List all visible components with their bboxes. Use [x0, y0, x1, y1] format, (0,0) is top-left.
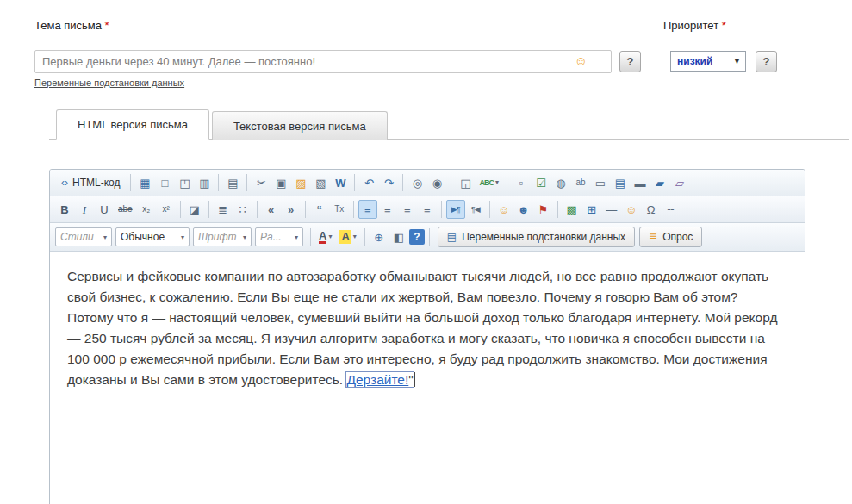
emoticons-button[interactable]: ☺ — [494, 200, 513, 219]
styles-dropdown[interactable]: Стили ▾ — [55, 227, 112, 246]
preview-button[interactable]: ◳ — [175, 173, 194, 192]
find-replace-button[interactable]: ◉ — [427, 173, 446, 192]
bold-button[interactable]: B — [55, 200, 74, 219]
toolbar-separator — [364, 228, 365, 246]
button-field-button[interactable]: ▬ — [631, 173, 650, 192]
highlight-color-button[interactable]: A ▾ — [336, 227, 359, 246]
bullet-list-button[interactable]: ∷ — [233, 200, 252, 219]
html-code-label: HTML-код — [72, 177, 120, 188]
ordered-list-button[interactable]: ≣ — [214, 200, 233, 219]
flag-spellcheck-button[interactable]: ⚑ — [534, 200, 553, 219]
strikethrough-button[interactable]: abe — [115, 200, 136, 219]
font-size-dropdown[interactable]: Ра... ▾ — [255, 227, 303, 246]
save-button[interactable]: ▦ — [135, 173, 154, 192]
text-caret — [414, 372, 415, 387]
textarea-field-button[interactable]: ▭ — [591, 173, 610, 192]
editor-help-button[interactable]: ? — [409, 229, 425, 245]
toolbar-separator — [257, 201, 258, 218]
paste-word-button[interactable]: W — [331, 173, 350, 192]
email-body-link[interactable]: Дерзайте! — [346, 372, 408, 387]
align-justify-button[interactable]: ≡ — [418, 200, 437, 219]
styles-dropdown-value: Стили — [60, 231, 94, 243]
format-dropdown-value: Обычное — [121, 231, 165, 243]
tab-text-version[interactable]: Текстовая версия письма — [212, 111, 388, 140]
chevron-down-icon: ▾ — [295, 233, 298, 241]
indent-button[interactable]: » — [282, 200, 301, 219]
align-right-button[interactable]: ≡ — [398, 200, 417, 219]
emoji-picker-icon[interactable]: ☺ — [575, 54, 588, 67]
substitution-variables-button[interactable]: ▤ Переменные подстановки данных — [438, 227, 635, 247]
format-dropdown[interactable]: Обычное ▾ — [115, 227, 190, 246]
priority-label-text: Приоритет — [663, 19, 718, 32]
chevron-down-icon: ▾ — [328, 233, 332, 240]
subscript-button[interactable]: x₂ — [137, 200, 156, 219]
spellcheck-button[interactable]: ABC ▾ — [476, 173, 502, 192]
survey-button[interactable]: ≣ Опрос — [639, 227, 702, 247]
chevron-down-icon: ▾ — [495, 179, 499, 186]
subject-input[interactable] — [34, 50, 612, 73]
insert-image-button[interactable]: ▩ — [563, 200, 581, 219]
html-code-button[interactable]: ‹› HTML-код — [55, 173, 126, 192]
remove-format-eraser-button[interactable]: ◪ — [185, 200, 204, 219]
listbox-field-button[interactable]: ▤ — [611, 173, 630, 192]
text-field-button[interactable]: ab — [571, 173, 590, 192]
align-left-button[interactable]: ≡ — [358, 200, 377, 219]
font-size-dropdown-value: Ра... — [260, 231, 282, 243]
blockquote-button[interactable]: “ — [310, 200, 329, 219]
outdent-button[interactable]: « — [262, 200, 281, 219]
selected-link-box: Дерзайте!" — [346, 372, 413, 387]
priority-select[interactable]: низкий ▼ — [670, 51, 746, 72]
substitution-variables-link[interactable]: Переменные подстановки данных — [34, 78, 184, 88]
underline-button[interactable]: U — [95, 200, 114, 219]
subject-field-wrap: ☺ — [34, 50, 612, 73]
radio-field-button[interactable]: ◍ — [551, 173, 570, 192]
toolbar-separator — [557, 201, 558, 218]
checkbox-field-button[interactable]: ☑ — [532, 173, 550, 192]
tab-html-version[interactable]: HTML версия письма — [56, 109, 209, 140]
copy-button[interactable]: ▣ — [271, 173, 290, 192]
font-dropdown[interactable]: Шрифт ▾ — [193, 227, 252, 246]
image-button-field-button[interactable]: ▰ — [650, 173, 669, 192]
text-direction-ltr-button[interactable]: ▶¶ — [446, 200, 465, 219]
priority-help-button[interactable]: ? — [756, 51, 777, 72]
superscript-button[interactable]: x² — [157, 200, 176, 219]
text-direction-rtl-button[interactable]: ¶◀ — [466, 200, 485, 219]
undo-button[interactable]: ↶ — [359, 173, 378, 192]
subject-help-button[interactable]: ? — [619, 51, 641, 72]
page-break-button[interactable]: ╌ — [662, 200, 681, 219]
text-color-icon: A — [319, 230, 326, 244]
new-document-button[interactable]: □ — [155, 173, 174, 192]
toolbar-separator — [246, 174, 247, 191]
template-button[interactable]: ▤ — [223, 173, 242, 192]
paste-button[interactable]: ▨ — [291, 173, 310, 192]
chevron-down-icon: ▾ — [353, 233, 357, 240]
toolbar-separator — [354, 174, 355, 191]
smiley-button[interactable]: ☺ — [622, 200, 641, 219]
print-button[interactable]: ▥ — [195, 173, 214, 192]
editor-content-area[interactable]: Сервисы и фейковые компании по автозараб… — [50, 252, 805, 405]
italic-button[interactable]: I — [75, 200, 94, 219]
select-all-button[interactable]: ◱ — [456, 173, 475, 192]
redo-button[interactable]: ↷ — [379, 173, 398, 192]
toolbar-row-1: ‹› HTML-код ▦ □ ◳ ▥ ▤ ✂ ▣ ▨ ▧ W ↶ ↷ ◎ ◉ … — [50, 170, 805, 196]
anchor-button[interactable]: ⊕ — [370, 227, 389, 246]
show-blocks-button[interactable]: ▫ — [512, 173, 531, 192]
html-code-icon: ‹› — [61, 177, 68, 188]
page-properties-button[interactable]: ◧ — [389, 227, 408, 246]
toolbar-separator — [429, 228, 430, 246]
text-color-button[interactable]: A ▾ — [315, 227, 335, 246]
cut-button[interactable]: ✂ — [252, 173, 271, 192]
find-button[interactable]: ◎ — [407, 173, 426, 192]
insert-table-button[interactable]: ⊞ — [582, 200, 601, 219]
toolbar-separator — [402, 174, 403, 191]
hidden-field-button[interactable]: ▱ — [670, 173, 689, 192]
chevron-down-icon: ▾ — [103, 233, 107, 241]
special-char-button[interactable]: Ω — [642, 200, 661, 219]
chevron-down-icon: ▾ — [243, 233, 246, 241]
align-center-button[interactable]: ≡ — [378, 200, 397, 219]
required-asterisk: * — [105, 19, 109, 32]
media-button[interactable]: ☻ — [514, 200, 533, 219]
paste-text-button[interactable]: ▧ — [311, 173, 330, 192]
horizontal-rule-button[interactable]: — — [602, 200, 621, 219]
remove-format-button[interactable]: Tx — [330, 200, 349, 219]
